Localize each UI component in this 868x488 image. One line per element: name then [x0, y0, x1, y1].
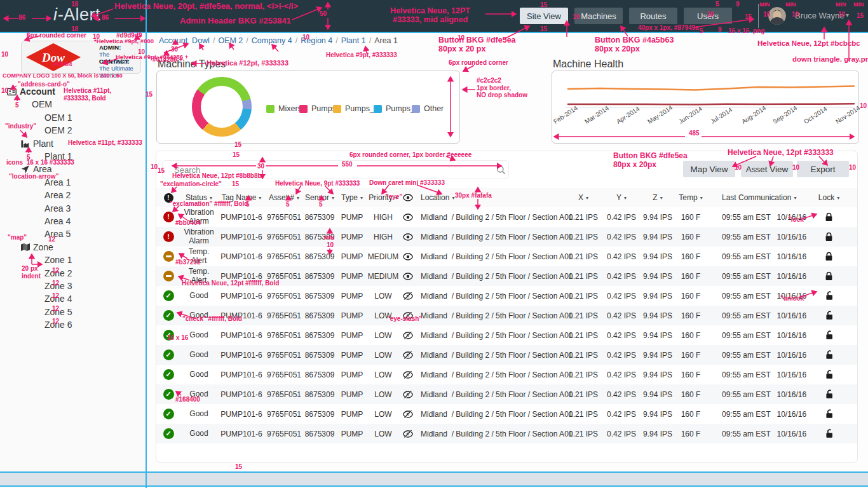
table-row[interactable]: ✓GoodPUMP101-69765F0518675309PUMPLOWMidl… — [156, 286, 857, 306]
machine-health-line-chart[interactable] — [552, 71, 857, 142]
table-row[interactable]: ✓GoodPUMP101-69765F0518675309PUMPLOWMidl… — [156, 325, 857, 345]
column-header-tag-name[interactable]: Tag Name▾ — [217, 193, 266, 202]
z-value-cell: 9.94 IPS — [639, 292, 676, 301]
breadcrumb-item-oem-2[interactable]: OEM 2 — [218, 36, 243, 45]
sidebar-item-oem-1[interactable]: OEM 1 — [44, 112, 72, 123]
table-row[interactable]: ✓GoodPUMP101-69765F0518675309PUMPLOWMidl… — [156, 404, 857, 424]
eye-slash-icon[interactable] — [399, 332, 417, 339]
sidebar-item-oem-2[interactable]: OEM 2 — [44, 125, 72, 135]
table-row[interactable]: !VibrationAlarmPUMP101-69765F0518675309P… — [156, 227, 857, 247]
search-icon[interactable] — [496, 165, 506, 177]
eye-icon[interactable] — [399, 273, 417, 280]
unlocked-icon[interactable] — [801, 330, 857, 340]
sidebar-item-plant[interactable]: Plant — [33, 139, 53, 149]
legend-item-pumps-2[interactable]: Pumps_2 — [333, 104, 379, 113]
sidebar-item-account[interactable]: Account — [20, 86, 55, 97]
z-value-cell: 9.94 IPS — [639, 252, 676, 261]
column-header-location[interactable]: Location▾ — [417, 193, 563, 202]
app-logo[interactable]: i-Alert — [53, 5, 100, 25]
nav-tab-users[interactable]: Users — [684, 8, 732, 24]
column-header-asset[interactable]: Asset #▾ — [266, 193, 302, 202]
sidebar-item-oem[interactable]: OEM — [32, 99, 52, 109]
sidebar-item-zone-6[interactable]: Zone 6 — [44, 320, 72, 330]
table-row[interactable]: ✓GoodPUMP101-69765F0518675309PUMPLOWMidl… — [156, 345, 857, 365]
legend-item-mixers[interactable]: Mixers — [266, 104, 302, 113]
eye-icon[interactable] — [399, 214, 417, 221]
table-row[interactable]: ✓GoodPUMP101-69765F0518675309PUMPLOWMidl… — [156, 424, 857, 444]
user-name[interactable]: Bruce Wayne — [795, 11, 844, 20]
sidebar-item-zone[interactable]: Zone — [33, 242, 53, 252]
sensor-cell: 8675309 — [302, 410, 337, 419]
table-row[interactable]: !VibrationAlarmPUMP101-69765F0518675309P… — [156, 207, 857, 227]
legend-item-other[interactable]: Other — [412, 104, 444, 113]
user-avatar[interactable] — [768, 7, 786, 25]
locked-icon[interactable] — [801, 252, 857, 261]
eye-slash-icon[interactable] — [399, 430, 417, 438]
eye-slash-icon[interactable] — [399, 391, 417, 398]
nav-tab-routes[interactable]: Routes — [629, 8, 677, 24]
nav-tab-site-view[interactable]: Site View — [520, 8, 568, 24]
eye-slash-icon[interactable] — [399, 292, 417, 300]
locked-icon[interactable] — [801, 232, 857, 241]
breadcrumb-item-region-4[interactable]: Region 4 — [301, 36, 332, 45]
search-input[interactable] — [162, 160, 509, 179]
breadcrumb-item-plant-1[interactable]: Plant 1 — [341, 36, 366, 45]
sidebar-item-zone-3[interactable]: Zone 3 — [44, 281, 72, 291]
contact-name[interactable]: The Ultimate Warrior — [99, 65, 140, 79]
unlocked-icon[interactable] — [801, 291, 857, 301]
table-row[interactable]: ✓GoodPUMP101-69765F0518675309PUMPLOWMidl… — [156, 384, 857, 404]
unlocked-icon[interactable] — [801, 429, 857, 438]
column-header-z[interactable]: Z▾ — [639, 193, 676, 202]
column-header-temp[interactable]: Temp▾ — [676, 193, 705, 202]
sidebar-item-area-3[interactable]: Area 3 — [44, 203, 71, 214]
map-view-button[interactable]: Map View — [683, 161, 735, 177]
exclamation-circle-icon[interactable]: ! — [156, 193, 180, 203]
eye-icon[interactable] — [399, 194, 417, 201]
sidebar-item-area[interactable]: Area — [33, 164, 52, 174]
sidebar-item-area-4[interactable]: Area 4 — [44, 216, 71, 226]
unlocked-icon[interactable] — [801, 409, 857, 419]
column-header-x[interactable]: X▾ — [563, 193, 604, 202]
column-header-status[interactable]: Status▾ — [180, 193, 217, 202]
unlocked-icon[interactable] — [801, 390, 857, 399]
eye-slash-icon[interactable] — [399, 312, 417, 320]
sidebar-item-zone-4[interactable]: Zone 4 — [44, 294, 72, 304]
column-header-type[interactable]: Type▾ — [337, 193, 367, 202]
unlocked-icon[interactable] — [801, 311, 857, 320]
column-header-priority[interactable]: Priority▾ — [367, 193, 399, 202]
temp-value-cell: 160 F — [676, 430, 705, 438]
eye-slash-icon[interactable] — [399, 410, 417, 418]
table-row[interactable]: Temp.AlertPUMP101-69765F0518675309PUMPME… — [156, 266, 857, 286]
user-menu-caret-icon[interactable]: ▾ — [846, 11, 849, 18]
locked-icon[interactable] — [801, 271, 857, 281]
table-row[interactable]: Temp.AlertPUMP101-69765F0518675309PUMPME… — [156, 247, 857, 266]
breadcrumb-item-account-dowl[interactable]: Account Dowl — [159, 36, 210, 45]
sidebar-item-area-2[interactable]: Area 2 — [44, 190, 71, 200]
eye-icon[interactable] — [399, 233, 417, 241]
sidebar-item-zone-2[interactable]: Zone 2 — [44, 268, 72, 278]
column-header-last-communication[interactable]: Last Communication▾ — [705, 193, 801, 202]
asset-view-button[interactable]: Asset View — [741, 161, 793, 177]
column-header-sensor[interactable]: Sensor▾ — [302, 193, 337, 202]
sidebar-item-zone-5[interactable]: Zone 5 — [44, 307, 72, 317]
locked-icon[interactable] — [801, 212, 857, 222]
export-button[interactable]: Export — [797, 161, 849, 177]
eye-slash-icon[interactable] — [399, 351, 417, 359]
sidebar-item-area-5[interactable]: Area 5 — [44, 229, 71, 239]
sidebar-item-area-1[interactable]: Area 1 — [44, 177, 71, 187]
column-header-y[interactable]: Y▾ — [604, 193, 639, 202]
eye-icon[interactable] — [399, 253, 417, 261]
nav-tab-machines[interactable]: Machines — [574, 8, 623, 24]
column-header-lock[interactable]: Lock▾ — [801, 193, 857, 202]
eye-slash-icon[interactable] — [399, 371, 417, 379]
breadcrumb-item-company-4[interactable]: Company 4 — [252, 36, 292, 45]
table-row[interactable]: ✓GoodPUMP101-69765F0518675309PUMPLOWMidl… — [156, 306, 857, 325]
legend-label: Other — [424, 104, 444, 113]
unlocked-icon[interactable] — [801, 350, 857, 360]
sidebar-item-zone-1[interactable]: Zone 1 — [44, 255, 72, 265]
unlocked-icon[interactable] — [801, 370, 857, 379]
sidebar-item-plant-1[interactable]: Plant 1 — [44, 151, 72, 161]
machine-types-donut-chart[interactable] — [192, 77, 252, 137]
legend-item-pumps[interactable]: Pumps — [299, 104, 336, 113]
table-row[interactable]: ✓GoodPUMP101-69765F0518675309PUMPLOWMidl… — [156, 365, 857, 384]
